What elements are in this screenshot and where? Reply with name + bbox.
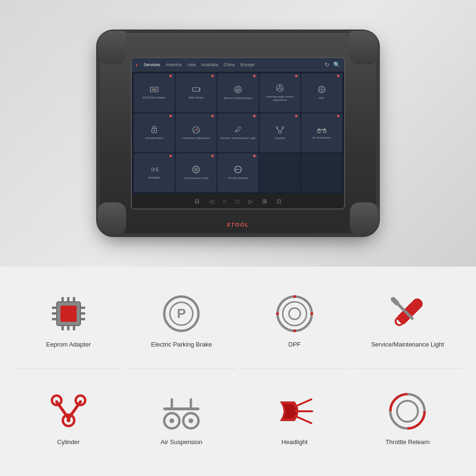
svg-rect-47 — [80, 312, 85, 315]
screen-nav: ⊟ ◁ ○ □ ▷ ⊞ ⊡ — [132, 194, 344, 208]
screen-label-odometer: Odometer adjustment — [182, 137, 210, 140]
svg-rect-48 — [80, 318, 85, 320]
screen-cell-steering[interactable]: Steering angle sensor adjustment — [259, 73, 300, 112]
svg-point-80 — [188, 418, 193, 423]
svg-rect-50 — [67, 297, 69, 302]
svg-rect-44 — [52, 312, 57, 315]
svg-line-32 — [156, 168, 159, 169]
feature-icon-epb: P — [160, 292, 203, 335]
grip-bottom-right — [350, 202, 378, 236]
screen-topbar: ‹ Services America Asia Australia China … — [132, 58, 344, 71]
screen-cell-airsus[interactable]: Air Suspension — [301, 113, 342, 152]
screen-grid: ROM EEPROM Adapter + - BMS Reset P — [132, 71, 344, 194]
service-icon — [233, 125, 243, 136]
feature-icon-airsus — [160, 390, 203, 433]
feature-eeprom: Eeprom Adapter — [14, 276, 123, 369]
airsus-icon — [317, 126, 327, 135]
screen-cell-dpf[interactable]: DPF — [301, 73, 342, 112]
feature-icon-service — [386, 292, 429, 335]
tab-australia[interactable]: Australia — [201, 62, 218, 67]
svg-line-13 — [281, 89, 283, 90]
svg-rect-49 — [61, 297, 64, 302]
nav-recent-icon[interactable]: □ — [236, 198, 239, 205]
screen-icons: ↻ 🔍 — [325, 61, 340, 68]
svg-point-73 — [67, 418, 70, 422]
svg-text:P: P — [177, 306, 186, 321]
svg-point-16 — [321, 89, 323, 90]
tab-services[interactable]: Services — [144, 62, 160, 67]
nav-grid-icon[interactable]: ⊞ — [262, 198, 267, 205]
brand-label: XTOOL — [227, 222, 249, 228]
feature-service: Service/Maintenance Light — [354, 276, 462, 369]
svg-point-85 — [397, 401, 418, 422]
tab-europe[interactable]: Europe — [240, 62, 254, 67]
screen-cell-empty2 — [301, 153, 342, 192]
svg-point-28 — [317, 130, 320, 133]
search-icon[interactable]: 🔍 — [333, 61, 340, 68]
svg-line-34 — [156, 170, 159, 171]
screen-label-service: Service / Maintenance Light — [220, 137, 256, 140]
tab-america[interactable]: America — [166, 62, 181, 67]
screen-cell-service[interactable]: Service / Maintenance Light — [218, 113, 258, 152]
screen-label-throttle: Throttle Relearn — [228, 177, 248, 180]
feature-icon-dpf — [273, 292, 316, 335]
nav-home-icon[interactable]: ○ — [223, 198, 226, 205]
screen-label-steering: Steering angle sensor adjustment — [260, 95, 299, 102]
screen-cell-cylinder[interactable]: Cylinder — [259, 113, 300, 152]
svg-text:P: P — [237, 89, 239, 91]
screen-label-airsus: Air Suspension — [312, 136, 331, 139]
feature-epb: P Electric Parking Brake — [128, 276, 236, 369]
svg-rect-4 — [199, 89, 200, 90]
svg-point-64 — [310, 312, 313, 315]
feature-label-dpf: DPF — [288, 341, 301, 348]
svg-line-21 — [235, 130, 237, 132]
nav-camera-icon[interactable]: ⊟ — [195, 198, 199, 205]
feature-label-service: Service/Maintenance Light — [371, 341, 444, 348]
svg-point-59 — [283, 302, 307, 326]
feature-label-headlight: Headlight — [281, 438, 307, 446]
tab-asia[interactable]: Asia — [187, 62, 196, 67]
device-screen: ‹ Services America Asia Australia China … — [131, 57, 345, 209]
feature-label-cylinder: Cylinder — [57, 438, 80, 446]
odometer-icon — [191, 125, 201, 136]
nav-window-icon[interactable]: ⊡ — [277, 198, 281, 205]
screen-label-headlight: Headlight — [148, 176, 160, 179]
device-section: ‹ Services America Asia Australia China … — [0, 0, 476, 267]
screen-cell-bms[interactable]: + - BMS Reset — [176, 73, 217, 112]
svg-point-29 — [323, 130, 326, 133]
screen-cell-odometer[interactable]: Odometer adjustment — [176, 113, 217, 152]
svg-line-83 — [295, 416, 311, 423]
svg-text:+  -: + - — [195, 88, 198, 91]
feature-icon-eeprom — [47, 292, 90, 335]
tyre-icon — [191, 165, 201, 176]
feature-icon-throttle — [386, 390, 429, 433]
svg-rect-45 — [52, 318, 57, 320]
cylinder-icon — [275, 125, 285, 136]
dpf-icon — [317, 85, 327, 96]
screen-cell-epb[interactable]: P Electric Parking Brake — [218, 73, 258, 112]
grip-top-right — [350, 31, 378, 64]
grip-bottom-left — [98, 202, 126, 236]
steering-icon — [275, 84, 285, 94]
svg-line-67 — [393, 299, 397, 303]
screen-label-bms: BMS Reset — [189, 96, 203, 99]
screen-cell-headlight[interactable]: Headlight — [134, 153, 175, 192]
eeprom-icon: ROM — [149, 86, 159, 95]
screen-label-tyre: Tyre pressure reset — [184, 177, 208, 180]
throttle-icon — [233, 165, 243, 176]
screen-cell-empty1 — [259, 153, 300, 192]
feature-label-throttle: Throttle Relearn — [386, 438, 430, 446]
refresh-icon[interactable]: ↻ — [325, 61, 329, 68]
screen-cell-eeprom[interactable]: ROM EEPROM Adapter — [134, 73, 175, 112]
svg-rect-42 — [60, 306, 77, 322]
screen-cell-immob[interactable]: Immobilization — [134, 113, 175, 152]
screen-cell-tyre[interactable]: Tyre pressure reset — [176, 153, 217, 192]
back-button[interactable]: ‹ — [136, 61, 138, 69]
screen-cell-throttle[interactable]: Throttle Relearn — [218, 153, 258, 192]
nav-back-icon[interactable]: ◁ — [209, 198, 213, 205]
svg-point-10 — [279, 87, 281, 89]
tab-china[interactable]: China — [224, 62, 235, 67]
svg-rect-43 — [52, 307, 57, 309]
svg-rect-53 — [67, 326, 69, 330]
nav-fwd-icon[interactable]: ▷ — [248, 198, 253, 205]
